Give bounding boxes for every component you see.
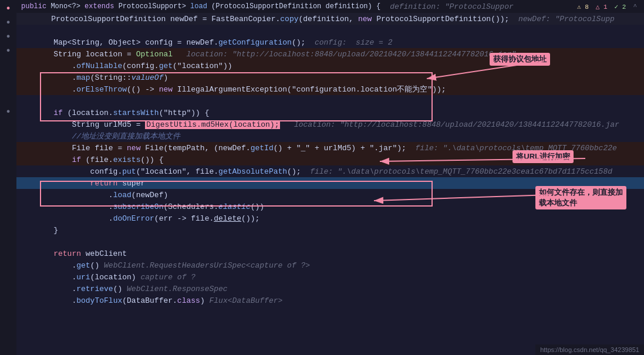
- badge-err: △ 1: [594, 3, 610, 11]
- annotation-encrypt-url: 将URL进行加密: [512, 150, 574, 163]
- badge-up: ^: [630, 3, 639, 10]
- code-line-24: .retrieve() WebClient.ResponseSpec: [16, 283, 644, 295]
- annotation-load-local-file: 如何文件存在，则直接加载本地文件: [535, 186, 626, 209]
- code-line-14: config.put("location", file.getAbsoluteP…: [16, 165, 644, 177]
- code-1: ProtocolSupportDefinition newDef = FastB…: [33, 15, 644, 23]
- arrow-load-local: [550, 189, 562, 201]
- bottom-bar: https://blog.csdn.net/qq_34239851: [535, 344, 644, 355]
- code-line-10: String urlMd5 = DigestUtils.md5Hex(locat…: [16, 119, 644, 130]
- sidebar-icon-4: ●: [2, 45, 14, 56]
- code-7: .orElseThrow(() -> new IllegalArgumentEx…: [35, 84, 644, 94]
- code-10: String urlMd5 = DigestUtils.md5Hex(locat…: [35, 120, 644, 129]
- top-bar-badges: ⚠ 8 △ 1 ✓ 2 ^: [575, 3, 644, 11]
- code-18: .doOnError(err -> file.delete());: [35, 214, 644, 223]
- code-line-23: .uri(location) capture of ?: [16, 271, 644, 283]
- bottom-url: https://blog.csdn.net/qq_34239851: [540, 346, 639, 353]
- arrow-get-protocol: [544, 55, 591, 79]
- arrow-encrypt: [585, 153, 597, 164]
- main-content: ProtocolSupportDefinition newDef = FastB…: [16, 13, 644, 343]
- code-line-21: return webClient: [16, 248, 644, 259]
- code-23: .uri(location) capture of ?: [35, 273, 644, 282]
- code-line-8: [16, 95, 644, 107]
- code-14: config.put("location", file.getAbsoluteP…: [35, 167, 644, 176]
- code-11: //地址没变则直接加载本地文件: [35, 131, 644, 141]
- annotation-get-protocol-url: 获得协议包地址: [490, 53, 550, 66]
- sidebar-icon-3: ●: [2, 31, 14, 42]
- editor-container: ● ● ● ● ● public Mono<?> extends Protoco…: [0, 0, 644, 355]
- code-21: return webClient: [35, 249, 644, 258]
- code-line-1: ProtocolSupportDefinition newDef = FastB…: [16, 13, 644, 25]
- top-bar-hint: definition: "ProtocolSuppor: [390, 2, 514, 11]
- code-line-18: .doOnError(err -> file.delete());: [16, 212, 644, 224]
- code-line-25: .bodyToFlux(DataBuffer.class) Flux<DataB…: [16, 295, 644, 306]
- code-19: }: [35, 226, 644, 235]
- code-22: .get() WebClient.RequestHeadersUriSpec<c…: [35, 261, 644, 270]
- badge-ok: ✓ 2: [612, 3, 629, 11]
- code-line-3: Map<String, Object> config = newDef.getC…: [16, 36, 644, 48]
- code-line-20: [16, 236, 644, 248]
- sidebar-icon-2: ●: [2, 16, 14, 28]
- code-line-7: .orElseThrow(() -> new IllegalArgumentEx…: [16, 83, 644, 95]
- code-line-11: //地址没变则直接加载本地文件: [16, 130, 644, 142]
- sidebar-icon-5: ●: [2, 106, 14, 117]
- code-line-19: }: [16, 224, 644, 236]
- digest-highlight: DigestUtils.md5Hex(location);: [145, 120, 280, 129]
- sidebar-icon-1: ●: [2, 2, 14, 14]
- code-9: if (location.startsWith("http")) {: [35, 109, 644, 117]
- top-bar: public Mono<?> extends ProtocolSupport> …: [16, 0, 644, 13]
- code-25: .bodyToFlux(DataBuffer.class) Flux<DataB…: [35, 296, 644, 305]
- badge-warn: ⚠ 8: [575, 3, 591, 11]
- code-3: Map<String, Object> config = newDef.getC…: [35, 38, 644, 47]
- code-line-2: [16, 25, 644, 36]
- code-line-22: .get() WebClient.RequestHeadersUriSpec<c…: [16, 259, 644, 271]
- left-sidebar: ● ● ● ● ●: [0, 0, 16, 355]
- code-line-9: if (location.startsWith("http")) {: [16, 107, 644, 119]
- code-24: .retrieve() WebClient.ResponseSpec: [35, 285, 644, 293]
- top-bar-code: public Mono<?> extends ProtocolSupport> …: [21, 2, 380, 11]
